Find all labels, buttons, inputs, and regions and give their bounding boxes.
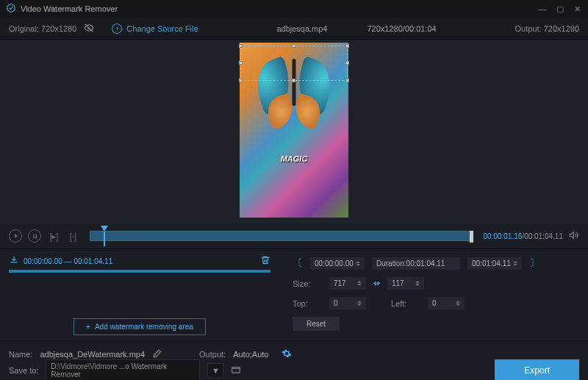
name-label: Name: xyxy=(9,350,32,359)
region-icon xyxy=(9,255,19,267)
resize-handle[interactable] xyxy=(345,44,349,48)
video-frame[interactable]: MAGIC xyxy=(240,43,348,218)
output-resolution: Output: 720x1280 xyxy=(515,24,579,33)
left-label: Left: xyxy=(391,299,420,308)
playback-controls: [▸] [◦] 00:00:01.16/00:01:04.11 xyxy=(0,223,588,248)
output-label: Output: xyxy=(199,350,226,359)
duration-display: Duration:00:01:04.11 xyxy=(372,257,460,270)
resize-handle[interactable] xyxy=(239,44,243,48)
svg-point-0 xyxy=(7,4,15,12)
regions-panel: 00:00:00.00 — 00:01:04.11 + Add watermar… xyxy=(0,249,279,341)
frame-back-button[interactable]: [▸] xyxy=(47,229,60,243)
link-dimensions-icon[interactable]: ⇔ xyxy=(373,279,380,288)
watermark-selection-box[interactable] xyxy=(240,46,348,81)
bottom-bar: Name: adbjesqa_DeWatermark.mp4 Output: A… xyxy=(0,341,588,380)
plus-icon: + xyxy=(86,323,90,331)
video-preview: MAGIC xyxy=(0,40,588,223)
current-time: 00:00:01.16 xyxy=(484,232,523,240)
output-name-input[interactable]: adbjesqa_DeWatermark.mp4 xyxy=(40,350,145,359)
properties-panel: 〔 00:00:00.00 Duration:00:01:04.11 00:01… xyxy=(279,249,588,341)
open-folder-icon[interactable] xyxy=(231,365,241,376)
region-timerange: 00:00:00.00 — 00:01:04.11 xyxy=(24,257,256,265)
total-time: /00:01:04.11 xyxy=(522,232,563,240)
output-settings-icon[interactable] xyxy=(282,348,292,360)
top-label: Top: xyxy=(293,299,322,308)
export-button[interactable]: Export xyxy=(495,359,579,380)
play-button[interactable] xyxy=(9,229,22,243)
volume-icon[interactable] xyxy=(569,230,579,243)
video-overlay-text: MAGIC xyxy=(281,154,308,163)
resize-handle[interactable] xyxy=(292,44,295,48)
minimize-icon[interactable]: — xyxy=(538,4,546,14)
width-input[interactable]: 717 xyxy=(329,277,366,290)
edit-name-icon[interactable] xyxy=(152,348,162,360)
app-logo-icon xyxy=(6,3,16,15)
end-time-input[interactable]: 00:01:04.11 xyxy=(467,257,522,270)
resize-handle[interactable] xyxy=(239,79,243,82)
playhead[interactable] xyxy=(101,226,108,232)
start-time-input[interactable]: 00:00:00.00 xyxy=(310,257,365,270)
plus-circle-icon: + xyxy=(112,24,122,34)
change-source-label: Change Source File xyxy=(126,24,198,33)
reset-button[interactable]: Reset xyxy=(293,317,340,331)
bracket-right-icon[interactable]: 〕 xyxy=(529,257,539,270)
resize-handle[interactable] xyxy=(239,61,243,65)
titlebar: Video Watermark Remover — ▢ ✕ xyxy=(0,0,588,18)
region-item[interactable]: 00:00:00.00 — 00:01:04.11 xyxy=(9,255,270,267)
visibility-toggle-icon[interactable] xyxy=(84,23,94,35)
left-input[interactable]: 0 xyxy=(428,297,465,309)
frame-forward-button[interactable]: [◦] xyxy=(66,229,79,243)
save-path-input[interactable]: D:\Vidmore\Vidmore ...o Watermark Remove… xyxy=(46,359,200,380)
bracket-left-icon[interactable]: 〔 xyxy=(293,257,303,270)
add-watermark-area-button[interactable]: + Add watermark removing area xyxy=(74,318,206,335)
top-toolbar: Original: 720x1280 + Change Source File … xyxy=(0,18,588,40)
resize-handle[interactable] xyxy=(345,61,349,65)
resolution-duration: 720x1280/00:01:04 xyxy=(368,24,437,33)
save-path-dropdown[interactable]: ▼ xyxy=(207,363,223,378)
resize-handle[interactable] xyxy=(292,79,295,82)
delete-region-icon[interactable] xyxy=(260,255,270,267)
change-source-button[interactable]: + Change Source File xyxy=(112,24,198,34)
original-resolution: Original: 720x1280 xyxy=(9,24,76,33)
top-input[interactable]: 0 xyxy=(329,297,366,309)
output-format-value[interactable]: Auto;Auto xyxy=(233,350,268,359)
svg-rect-1 xyxy=(232,368,240,373)
maximize-icon[interactable]: ▢ xyxy=(556,4,564,14)
size-label: Size: xyxy=(293,279,322,288)
saveto-label: Save to: xyxy=(9,366,38,375)
region-progress-bar[interactable] xyxy=(9,270,270,273)
stop-button[interactable] xyxy=(28,229,41,243)
timeline-end-marker[interactable] xyxy=(470,231,473,243)
height-input[interactable]: 117 xyxy=(387,277,424,290)
timeline-scrubber[interactable] xyxy=(90,231,473,241)
close-icon[interactable]: ✕ xyxy=(574,4,581,14)
add-area-label: Add watermark removing area xyxy=(95,323,193,331)
current-filename: adbjesqa.mp4 xyxy=(276,24,327,33)
resize-handle[interactable] xyxy=(345,79,349,82)
app-title: Video Watermark Remover xyxy=(21,4,538,13)
